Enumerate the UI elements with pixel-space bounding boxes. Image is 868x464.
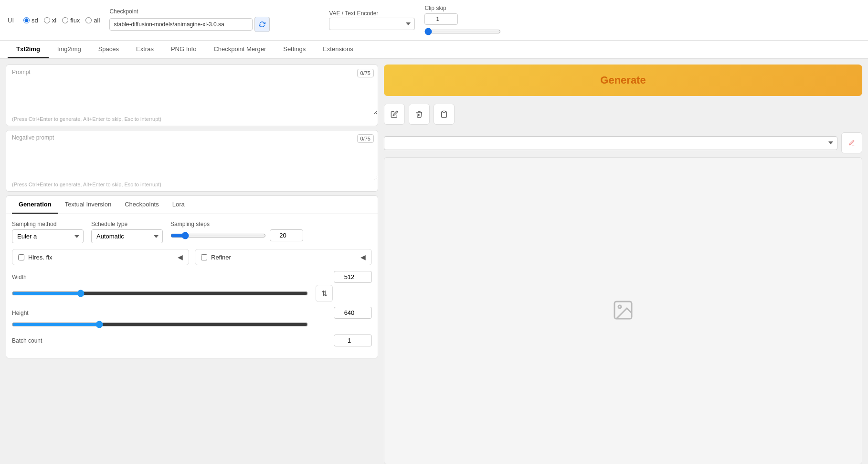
- negative-prompt-label: Negative prompt: [6, 130, 378, 142]
- edit-button[interactable]: [384, 104, 405, 125]
- width-input[interactable]: [334, 271, 372, 283]
- sampling-method-label: Sampling method: [12, 221, 84, 227]
- main-content: 0/75 Prompt (Press Ctrl+Enter to generat…: [0, 59, 868, 464]
- negative-prompt-counter: 0/75: [357, 134, 374, 143]
- negative-prompt-box: 0/75 Negative prompt (Press Ctrl+Enter t…: [6, 130, 378, 192]
- right-panel: Generate: [384, 65, 862, 464]
- prompt-box: 0/75 Prompt (Press Ctrl+Enter to generat…: [6, 65, 378, 126]
- radio-xl[interactable]: xl: [44, 17, 56, 24]
- clip-skip-input[interactable]: [424, 13, 458, 25]
- hires-fix-checkbox[interactable]: [18, 254, 24, 260]
- clip-label: Clip skip: [424, 5, 501, 11]
- tab-png-info[interactable]: PNG Info: [162, 41, 205, 58]
- radio-sd[interactable]: sd: [23, 17, 38, 24]
- vae-select[interactable]: [329, 18, 415, 30]
- image-placeholder: [384, 157, 862, 464]
- style-edit-button[interactable]: [841, 132, 862, 153]
- swap-dimensions-button[interactable]: ⇅: [316, 285, 333, 302]
- action-buttons-row: [384, 104, 862, 125]
- refiner-checkbox[interactable]: [201, 254, 207, 260]
- radio-xl-label: xl: [52, 17, 56, 24]
- sampling-steps-label: Sampling steps: [170, 221, 303, 227]
- tab-txt2img[interactable]: Txt2img: [8, 41, 49, 58]
- hires-fix-collapse-button[interactable]: ◀: [178, 253, 183, 261]
- prompt-textarea[interactable]: [6, 76, 378, 115]
- checkpoint-section: Checkpoint: [109, 8, 319, 32]
- sub-tab-lora[interactable]: Lora: [166, 196, 191, 214]
- generation-panel: Sampling method Euler a Euler LMS DPM++ …: [6, 214, 378, 358]
- radio-flux-label: flux: [70, 17, 80, 24]
- tab-settings[interactable]: Settings: [275, 41, 314, 58]
- width-group: Width ⇅: [12, 271, 372, 302]
- tab-extras[interactable]: Extras: [127, 41, 162, 58]
- radio-sd-label: sd: [32, 17, 38, 24]
- tab-spaces[interactable]: Spaces: [90, 41, 127, 58]
- hires-fix-label: Hires. fix: [28, 254, 53, 261]
- height-label: Height: [12, 310, 29, 316]
- batch-count-label: Batch count: [12, 337, 42, 344]
- tab-img2img[interactable]: Img2img: [49, 41, 90, 58]
- prompt-hint: (Press Ctrl+Enter to generate, Alt+Enter…: [6, 116, 378, 126]
- main-tabs-bar: Txt2img Img2img Spaces Extras PNG Info C…: [0, 41, 868, 59]
- radio-flux[interactable]: flux: [62, 17, 80, 24]
- sampling-steps-input[interactable]: [270, 229, 303, 241]
- sub-tabs-panel: Generation Textual Inversion Checkpoints…: [6, 195, 378, 358]
- clip-section: Clip skip: [424, 5, 501, 35]
- paste-button[interactable]: [434, 104, 455, 125]
- radio-all[interactable]: all: [85, 17, 100, 24]
- radio-all-label: all: [94, 17, 100, 24]
- svg-point-2: [618, 305, 621, 308]
- height-group: Height: [12, 307, 372, 330]
- negative-prompt-hint: (Press Ctrl+Enter to generate, Alt+Enter…: [6, 182, 378, 191]
- schedule-type-group: Schedule type Automatic Uniform Karras: [91, 221, 163, 243]
- prompt-label: Prompt: [6, 65, 378, 76]
- vae-label: VAE / Text Encoder: [329, 10, 415, 17]
- top-bar: UI sd xl flux all Checkpoint: [0, 0, 868, 41]
- checkpoint-refresh-button[interactable]: [254, 17, 270, 32]
- left-panel: 0/75 Prompt (Press Ctrl+Enter to generat…: [6, 65, 378, 464]
- image-placeholder-icon: [612, 299, 635, 323]
- tab-checkpoint-merger[interactable]: Checkpoint Merger: [205, 41, 275, 58]
- schedule-type-label: Schedule type: [91, 221, 163, 227]
- schedule-type-select[interactable]: Automatic Uniform Karras: [91, 229, 163, 243]
- batch-count-input[interactable]: [334, 335, 372, 346]
- svg-rect-0: [443, 111, 445, 112]
- sub-tab-textual-inversion[interactable]: Textual Inversion: [58, 196, 118, 214]
- ui-radio-group: sd xl flux all: [23, 17, 100, 24]
- height-input[interactable]: [334, 307, 372, 319]
- tab-extensions[interactable]: Extensions: [314, 41, 362, 58]
- prompt-counter: 0/75: [357, 69, 374, 77]
- negative-prompt-textarea[interactable]: [6, 142, 378, 180]
- refiner-row: Refiner ◀: [195, 249, 372, 265]
- generate-button[interactable]: Generate: [384, 65, 862, 96]
- sampling-steps-slider[interactable]: [170, 232, 266, 239]
- ui-label: UI: [8, 17, 14, 24]
- checkpoint-input-wrap: [109, 17, 319, 32]
- sampling-method-group: Sampling method Euler a Euler LMS DPM++ …: [12, 221, 84, 243]
- sub-tab-checkpoints[interactable]: Checkpoints: [118, 196, 166, 214]
- sampling-steps-group: Sampling steps: [170, 221, 303, 241]
- clip-skip-slider[interactable]: [424, 28, 501, 35]
- checkpoint-label: Checkpoint: [109, 8, 319, 15]
- vae-section: VAE / Text Encoder: [329, 10, 415, 30]
- style-select-row: [384, 132, 862, 153]
- checkpoint-input[interactable]: [109, 18, 253, 31]
- sub-tabs-bar: Generation Textual Inversion Checkpoints…: [6, 196, 378, 214]
- style-select[interactable]: [384, 136, 837, 150]
- hires-fix-row: Hires. fix ◀: [12, 249, 189, 265]
- sampling-method-select[interactable]: Euler a Euler LMS DPM++ 2M DDIM: [12, 229, 84, 243]
- width-slider[interactable]: [12, 290, 308, 297]
- sub-tab-generation[interactable]: Generation: [12, 196, 58, 214]
- batch-count-group: Batch count: [12, 335, 372, 346]
- refiner-label: Refiner: [211, 254, 231, 261]
- trash-button[interactable]: [409, 104, 430, 125]
- refiner-collapse-button[interactable]: ◀: [360, 253, 366, 261]
- width-label: Width: [12, 274, 27, 281]
- height-slider[interactable]: [12, 321, 308, 328]
